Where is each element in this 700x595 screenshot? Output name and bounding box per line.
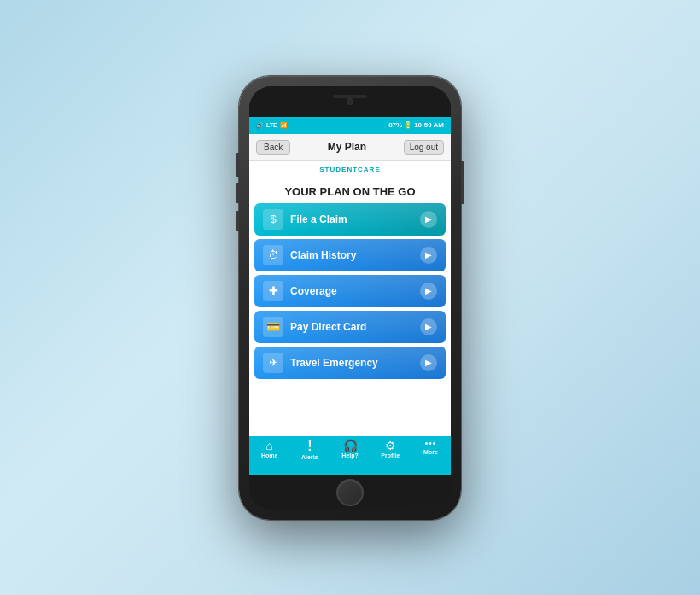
travel-emergency-arrow: ▶ <box>420 354 437 371</box>
menu-item-claim-history[interactable]: ⏱ Claim History ▶ <box>254 239 446 271</box>
tab-more[interactable]: ••• More <box>411 440 451 455</box>
profile-tab-label: Profile <box>381 452 400 458</box>
front-camera <box>347 98 353 105</box>
logout-button[interactable]: Log out <box>404 140 444 155</box>
file-claim-label: File a Claim <box>290 213 347 225</box>
menu-item-file-claim[interactable]: $ File a Claim ▶ <box>254 203 446 236</box>
signal-icon: 📶 <box>280 122 288 129</box>
file-claim-icon: $ <box>263 209 283 230</box>
screen: 🔊 LTE 📶 87% 🔋 10:50 AM Back My Plan Log … <box>249 117 451 475</box>
file-claim-arrow: ▶ <box>420 211 437 228</box>
brand-strip: STUDENTCARE <box>249 161 451 178</box>
claim-history-arrow: ▶ <box>420 247 437 264</box>
tab-help[interactable]: 🎧 Help? <box>330 440 370 458</box>
lte-icon: LTE <box>266 122 277 128</box>
claim-history-label: Claim History <box>290 249 356 261</box>
travel-emergency-label: Travel Emergency <box>290 357 378 369</box>
status-right: 87% 🔋 10:50 AM <box>388 121 444 129</box>
pay-direct-card-icon: 💳 <box>263 317 283 337</box>
brand-logo: STUDENTCARE <box>319 166 380 173</box>
vol-up-button[interactable] <box>236 183 239 203</box>
status-bar: 🔊 LTE 📶 87% 🔋 10:50 AM <box>249 117 451 134</box>
tab-profile[interactable]: ⚙ Profile <box>370 440 411 458</box>
page-title: YOUR PLAN ON THE GO <box>249 178 451 203</box>
menu-item-travel-emergency[interactable]: ✈ Travel Emergency ▶ <box>254 347 446 379</box>
coverage-arrow: ▶ <box>420 283 437 300</box>
coverage-label: Coverage <box>290 285 337 297</box>
coverage-icon: ✚ <box>263 281 283 301</box>
scene: 🔊 LTE 📶 87% 🔋 10:50 AM Back My Plan Log … <box>0 0 700 595</box>
more-icon: ••• <box>425 440 437 448</box>
menu-list: $ File a Claim ▶ ⏱ Claim History ▶ <box>249 203 451 436</box>
sound-icon: 🔊 <box>256 122 264 129</box>
vol-down-button[interactable] <box>236 211 239 231</box>
nav-bar: Back My Plan Log out <box>249 134 451 161</box>
phone-inner: 🔊 LTE 📶 87% 🔋 10:50 AM Back My Plan Log … <box>249 86 451 510</box>
home-button[interactable] <box>336 479 364 506</box>
nav-title: My Plan <box>328 141 366 153</box>
alerts-tab-label: Alerts <box>301 454 318 460</box>
menu-item-coverage[interactable]: ✚ Coverage ▶ <box>254 275 446 307</box>
travel-emergency-icon: ✈ <box>263 353 283 373</box>
alerts-icon: ! <box>307 440 312 453</box>
time-display: 10:50 AM <box>414 121 444 129</box>
battery-percent: 87% <box>388 121 402 129</box>
tab-home[interactable]: ⌂ Home <box>249 440 289 458</box>
pay-direct-card-label: Pay Direct Card <box>290 321 366 333</box>
phone-shell: 🔊 LTE 📶 87% 🔋 10:50 AM Back My Plan Log … <box>239 76 461 520</box>
profile-icon: ⚙ <box>385 440 396 452</box>
more-tab-label: More <box>423 449 438 455</box>
content-area: YOUR PLAN ON THE GO $ File a Claim ▶ <box>249 178 451 436</box>
tab-bar: ⌂ Home ! Alerts 🎧 Help? ⚙ Profile <box>249 436 451 475</box>
status-left: 🔊 LTE 📶 <box>256 122 288 129</box>
earpiece-speaker <box>333 95 367 98</box>
help-icon: 🎧 <box>343 440 358 452</box>
top-bezel <box>249 86 451 117</box>
bottom-bezel <box>249 475 451 510</box>
home-icon: ⌂ <box>265 440 272 452</box>
claim-history-icon: ⏱ <box>263 245 283 265</box>
menu-item-pay-direct-card[interactable]: 💳 Pay Direct Card ▶ <box>254 311 446 343</box>
help-tab-label: Help? <box>341 452 358 458</box>
home-tab-label: Home <box>261 452 277 458</box>
back-button[interactable]: Back <box>256 140 290 155</box>
tab-alerts[interactable]: ! Alerts <box>289 440 330 460</box>
pay-direct-card-arrow: ▶ <box>420 318 437 335</box>
battery-icon: 🔋 <box>404 121 412 129</box>
